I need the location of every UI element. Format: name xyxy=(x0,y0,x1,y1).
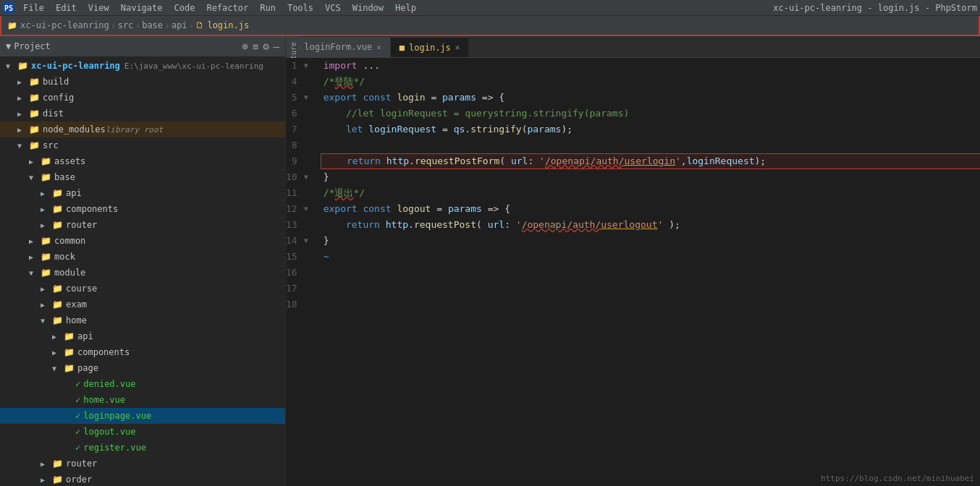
folder-icon: 📁 xyxy=(41,156,51,166)
root-path: E:\java_www\xc-ui-pc-leanring xyxy=(124,61,263,71)
tree-root[interactable]: ▼ 📁 xc-ui-pc-leanring E:\java_www\xc-ui-… xyxy=(0,58,285,74)
tree-denied-vue[interactable]: ▶ ✓ denied.vue xyxy=(0,376,285,392)
tree-base[interactable]: ▼ 📁 base xyxy=(0,169,285,185)
menu-window[interactable]: Window xyxy=(347,0,389,16)
tree-home-vue[interactable]: ▶ ✓ home.vue xyxy=(0,392,285,408)
collapse-arrow: ▼ xyxy=(17,142,29,150)
project-icon: 📁 xyxy=(7,21,17,30)
folder-label: exam xyxy=(66,299,87,310)
add-icon[interactable]: ⊕ xyxy=(242,40,248,52)
menu-edit[interactable]: Edit xyxy=(50,0,83,16)
menu-refactor[interactable]: Refactor xyxy=(200,0,254,16)
tree-module-router[interactable]: ▶ 📁 router xyxy=(0,456,285,472)
tab-label: login.js xyxy=(409,43,451,53)
sidebar-header: ▼ Project ⊕ ≡ ⚙ — xyxy=(0,36,285,56)
folder-icon: 📁 xyxy=(29,140,40,150)
tree-config[interactable]: ▶ 📁 config xyxy=(0,90,285,106)
menu-tools[interactable]: Tools xyxy=(282,0,319,16)
collapse-arrow: ▶ xyxy=(52,349,64,357)
folder-icon: 📁 xyxy=(29,93,40,103)
folder-icon: 📁 xyxy=(52,299,63,310)
tree-build[interactable]: ▶ 📁 build xyxy=(0,74,285,90)
folder-icon: 📁 xyxy=(52,459,63,469)
folder-icon: 📁 xyxy=(52,315,63,325)
folder-icon: 📁 xyxy=(52,188,63,198)
collapse-arrow: ▼ xyxy=(6,62,17,70)
tree-base-router[interactable]: ▶ 📁 router xyxy=(0,217,285,233)
collapse-arrow: ▶ xyxy=(52,333,64,341)
folder-label: build xyxy=(43,77,69,87)
collapse-arrow: ▼ xyxy=(41,317,52,325)
folder-label: page xyxy=(77,363,98,373)
menu-file[interactable]: File xyxy=(17,0,50,16)
collapse-icon[interactable]: ≡ xyxy=(253,40,258,52)
tab-close-icon[interactable]: ✕ xyxy=(455,43,460,52)
breadcrumb-project[interactable]: 📁 xc-ui-pc-leanring xyxy=(7,20,109,30)
folder-label: dist xyxy=(43,108,64,119)
collapse-arrow: ▶ xyxy=(41,476,52,484)
tree-assets[interactable]: ▶ 📁 assets xyxy=(0,153,285,169)
tree-exam[interactable]: ▶ 📁 exam xyxy=(0,297,285,312)
code-line-5: export const login = params => { xyxy=(324,90,980,106)
tab-label: loginForm.vue xyxy=(304,42,372,52)
folder-icon: 📁 xyxy=(29,77,40,87)
folder-label: course xyxy=(66,284,97,294)
folder-label: node_modules xyxy=(43,124,106,135)
tree-module[interactable]: ▼ 📁 module xyxy=(0,265,285,281)
menu-code[interactable]: Code xyxy=(169,0,201,16)
tree-course[interactable]: ▶ 📁 course xyxy=(0,281,285,297)
tree-logout-vue[interactable]: ▶ ✓ logout.vue xyxy=(0,424,285,440)
minimize-icon[interactable]: — xyxy=(274,40,279,52)
folder-label: router xyxy=(66,220,97,230)
tree-node-modules[interactable]: ▶ 📁 node_modules library root xyxy=(0,122,285,137)
menu-run[interactable]: Run xyxy=(254,0,282,16)
tree-loginpage-vue[interactable]: ▶ ✓ loginpage.vue xyxy=(0,408,285,424)
collapse-arrow: ▶ xyxy=(17,126,29,134)
tree-mock[interactable]: ▶ 📁 mock xyxy=(0,249,285,265)
menu-navigate[interactable]: Navigate xyxy=(115,0,169,16)
file-label: denied.vue xyxy=(83,379,135,389)
tree-register-vue[interactable]: ▶ ✓ register.vue xyxy=(0,440,285,456)
tab-close-icon[interactable]: ✕ xyxy=(376,43,381,52)
file-label: register.vue xyxy=(83,443,146,453)
code-line-11: /*退出*/ xyxy=(324,185,980,201)
tree-common[interactable]: ▶ 📁 common xyxy=(0,233,285,249)
gutter: 1 4 5 6 7 8 9 10 11 12 13 14 15 16 17 18 xyxy=(286,58,312,486)
tree-home-components[interactable]: ▶ 📁 components xyxy=(0,344,285,360)
breadcrumb-api[interactable]: api xyxy=(172,20,187,30)
menu-vcs[interactable]: VCS xyxy=(319,0,347,16)
js-file-icon: ■ xyxy=(400,43,405,53)
tree-components[interactable]: ▶ 📁 components xyxy=(0,201,285,217)
breadcrumb: 📁 xc-ui-pc-leanring › src › base › api ›… xyxy=(0,16,980,36)
tab-login-js[interactable]: ■ login.js ✕ xyxy=(391,37,470,57)
code-line-13: return http . requestPost ( url : '/open… xyxy=(324,217,980,233)
code-line-1: import ... xyxy=(324,58,980,74)
breadcrumb-base[interactable]: base xyxy=(142,20,163,30)
tree-home[interactable]: ▼ 📁 home xyxy=(0,312,285,328)
sidebar-actions: ⊕ ≡ ⚙ — xyxy=(242,40,279,52)
tree-dist[interactable]: ▶ 📁 dist xyxy=(0,106,285,122)
collapse-arrow: ▶ xyxy=(41,221,52,229)
code-line-8 xyxy=(324,137,980,153)
collapse-arrow: ▶ xyxy=(41,301,52,309)
menu-view[interactable]: View xyxy=(83,0,115,16)
tab-loginform-vue[interactable]: ■ loginForm.vue ✕ xyxy=(286,37,391,57)
settings-icon[interactable]: ⚙ xyxy=(263,40,269,52)
folder-label: components xyxy=(77,347,130,357)
breadcrumb-file[interactable]: 🗋 login.js xyxy=(195,20,249,30)
collapse-arrow: ▶ xyxy=(29,253,41,261)
tree-home-api[interactable]: ▶ 📁 api xyxy=(0,328,285,344)
breadcrumb-src[interactable]: src xyxy=(118,20,134,30)
watermark: https://blog.csdn.net/minihuabei xyxy=(821,474,974,483)
app-logo: PS xyxy=(3,2,14,14)
menu-help[interactable]: Help xyxy=(389,0,422,16)
code-lines[interactable]: import ... /*登陆*/ export const login = xyxy=(312,58,980,486)
tree-api[interactable]: ▶ 📁 api xyxy=(0,185,285,201)
window-title: xc-ui-pc-leanring - login.js - PhpStorm xyxy=(773,3,977,13)
vue-icon: ✓ xyxy=(75,427,80,437)
folder-icon: 📁 xyxy=(52,204,63,214)
tree-order[interactable]: ▶ 📁 order xyxy=(0,472,285,486)
tree-page[interactable]: ▼ 📁 page xyxy=(0,360,285,376)
tree-src[interactable]: ▼ 📁 src xyxy=(0,137,285,153)
collapse-arrow: ▼ xyxy=(52,364,64,372)
